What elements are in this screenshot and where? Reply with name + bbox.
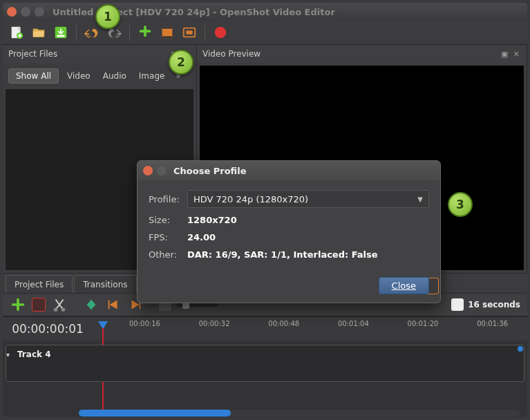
timeline-duration: 16 seconds bbox=[468, 300, 520, 309]
ruler-tick: 00:00:48 bbox=[268, 320, 299, 327]
dialog-body: Profile: HDV 720 24p (1280x720) ▼ Size: … bbox=[138, 180, 440, 303]
timeline-scrollbar[interactable] bbox=[79, 410, 520, 417]
import-files-icon[interactable] bbox=[137, 24, 153, 41]
annotation-3: 3 bbox=[448, 192, 473, 217]
dialog-minimize-icon[interactable] bbox=[157, 166, 167, 175]
main-toolbar bbox=[3, 21, 527, 45]
profile-icon[interactable] bbox=[159, 24, 176, 41]
filter-show-all[interactable]: Show All bbox=[8, 68, 59, 84]
timeline: 00:00:00:01 00:00:16 00:00:32 00:00:48 0… bbox=[3, 316, 527, 417]
dialog-title: Choose Profile bbox=[173, 166, 247, 176]
ruler-tick: 00:01:20 bbox=[408, 320, 439, 327]
ruler-tick: 00:00:32 bbox=[199, 320, 230, 327]
choose-profile-dialog: Choose Profile Profile: HDV 720 24p (128… bbox=[137, 160, 441, 303]
timeline-ruler[interactable]: 00:00:00:01 00:00:16 00:00:32 00:00:48 0… bbox=[3, 317, 527, 341]
svg-point-10 bbox=[54, 308, 58, 312]
annotation-1: 1 bbox=[95, 4, 120, 29]
tab-transitions[interactable]: Transitions bbox=[74, 275, 136, 293]
other-value: DAR: 16/9, SAR: 1/1, Interlaced: False bbox=[187, 249, 378, 260]
scrollbar-thumb[interactable] bbox=[79, 410, 231, 417]
svg-rect-5 bbox=[162, 27, 173, 29]
svg-point-9 bbox=[215, 27, 227, 39]
svg-point-11 bbox=[61, 308, 66, 312]
track-expand-icon[interactable]: ▾ bbox=[6, 351, 10, 359]
duration-icon bbox=[451, 298, 464, 311]
svg-rect-3 bbox=[57, 35, 65, 37]
export-icon[interactable] bbox=[212, 24, 229, 41]
marker-icon[interactable] bbox=[83, 296, 100, 313]
track-label: Track 4 bbox=[17, 350, 51, 359]
toolbar-separator bbox=[76, 25, 77, 40]
ruler-tick: 00:00:16 bbox=[129, 320, 160, 327]
add-track-icon[interactable] bbox=[10, 296, 26, 313]
titlebar: Untitled Project [HDV 720 24p] - OpenSho… bbox=[3, 3, 527, 21]
undo-icon[interactable] bbox=[84, 24, 100, 41]
timeline-end-marker bbox=[518, 346, 523, 352]
profile-label: Profile: bbox=[149, 194, 187, 204]
window-maximize-icon[interactable] bbox=[35, 7, 44, 17]
size-label: Size: bbox=[149, 215, 187, 225]
other-label: Other: bbox=[149, 249, 187, 260]
fps-label: FPS: bbox=[149, 232, 187, 242]
size-value: 1280x720 bbox=[187, 215, 237, 225]
project-files-header: Project Files ▣ ✕ bbox=[3, 45, 196, 63]
dialog-close-icon[interactable] bbox=[143, 166, 153, 175]
fps-value: 24.00 bbox=[187, 232, 216, 242]
svg-rect-8 bbox=[186, 30, 192, 35]
ruler-tick: 00:01:36 bbox=[477, 320, 508, 327]
snap-icon[interactable] bbox=[32, 298, 46, 312]
toolbar-separator bbox=[129, 25, 130, 40]
profile-select-value: HDV 720 24p (1280x720) bbox=[193, 194, 308, 204]
annotation-2: 2 bbox=[169, 50, 193, 75]
close-button[interactable]: Close bbox=[379, 277, 429, 294]
filter-video[interactable]: Video bbox=[63, 69, 95, 83]
filter-audio[interactable]: Audio bbox=[99, 69, 131, 83]
toolbar-separator bbox=[205, 25, 205, 40]
window-close-icon[interactable] bbox=[7, 7, 17, 17]
profile-select[interactable]: HDV 720 24p (1280x720) ▼ bbox=[187, 190, 429, 208]
panel-controls-icon[interactable]: ▣ ✕ bbox=[501, 50, 521, 59]
video-preview-title: Video Preview bbox=[202, 49, 261, 59]
chevron-down-icon: ▼ bbox=[417, 195, 423, 203]
razor-icon[interactable] bbox=[51, 296, 68, 313]
video-preview-header: Video Preview ▣ ✕ bbox=[197, 45, 527, 63]
project-files-title: Project Files bbox=[8, 49, 57, 59]
filter-bar: Show All Video Audio Image » bbox=[3, 63, 196, 86]
prev-marker-icon[interactable] bbox=[105, 296, 122, 313]
fullscreen-icon[interactable] bbox=[181, 24, 198, 41]
timecode-display: 00:00:00:01 bbox=[3, 317, 93, 341]
svg-rect-6 bbox=[162, 37, 173, 39]
tab-project-files[interactable]: Project Files bbox=[6, 275, 73, 293]
playhead[interactable] bbox=[98, 321, 108, 330]
ruler-ticks: 00:00:16 00:00:32 00:00:48 00:01:04 00:0… bbox=[93, 317, 527, 341]
window-minimize-icon[interactable] bbox=[21, 7, 30, 17]
filter-image[interactable]: Image bbox=[135, 69, 169, 83]
svg-rect-12 bbox=[108, 300, 110, 309]
ruler-tick: 00:01:04 bbox=[338, 320, 369, 327]
save-project-icon[interactable] bbox=[53, 24, 69, 41]
open-project-icon[interactable] bbox=[30, 24, 47, 41]
dialog-titlebar: Choose Profile bbox=[138, 161, 440, 180]
new-project-icon[interactable] bbox=[8, 24, 25, 41]
track[interactable]: ▾ Track 4 bbox=[6, 345, 524, 382]
